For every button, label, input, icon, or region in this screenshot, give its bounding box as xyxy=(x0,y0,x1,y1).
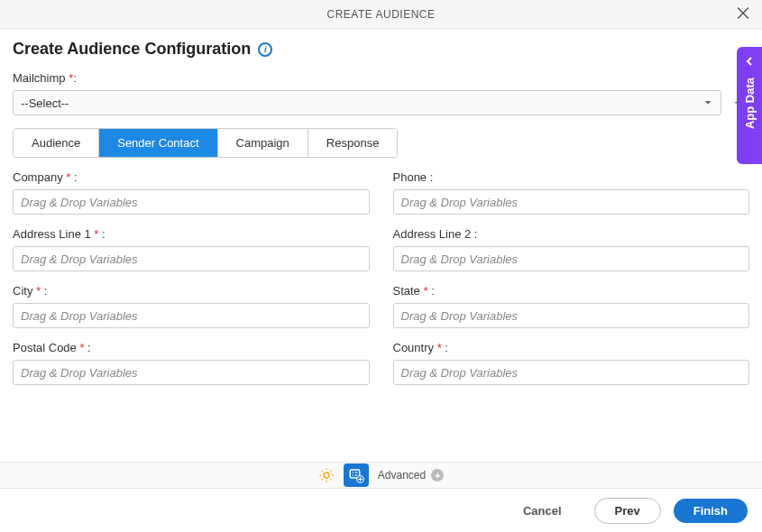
city-label: City * : xyxy=(13,284,370,298)
page-title-row: Create Audience Configuration i xyxy=(13,40,749,59)
tab-audience[interactable]: Audience xyxy=(14,129,99,157)
tab-campaign[interactable]: Campaign xyxy=(218,129,308,157)
address2-label: Address Line 2 : xyxy=(393,227,750,241)
page-title: Create Audience Configuration xyxy=(13,40,251,59)
phone-input[interactable] xyxy=(393,189,750,215)
svg-point-1 xyxy=(352,472,353,473)
address1-input[interactable] xyxy=(13,246,370,271)
mailchimp-select[interactable]: --Select-- xyxy=(13,90,721,115)
app-data-label: App Data xyxy=(743,78,757,129)
cancel-button[interactable]: Cancel xyxy=(503,499,582,523)
address2-input[interactable] xyxy=(393,246,750,271)
postal-label: Postal Code * : xyxy=(13,341,370,354)
state-label: State * : xyxy=(393,284,750,298)
info-icon[interactable]: i xyxy=(258,42,272,57)
close-icon xyxy=(737,6,749,19)
finish-button[interactable]: Finish xyxy=(674,499,748,523)
phone-label: Phone : xyxy=(393,170,750,184)
phone-field-group: Phone : xyxy=(393,170,750,215)
mailchimp-select-row: --Select-- + xyxy=(13,90,749,115)
chevron-left-icon xyxy=(745,54,754,69)
form-add-icon xyxy=(348,467,364,483)
svg-point-3 xyxy=(352,474,353,476)
modal-header: CREATE AUDIENCE xyxy=(0,0,762,29)
country-field-group: Country * : xyxy=(393,341,750,385)
modal-title: CREATE AUDIENCE xyxy=(327,8,436,21)
content-area: Create Audience Configuration i Mailchim… xyxy=(0,29,762,385)
advanced-text: Advanced xyxy=(378,469,426,482)
country-input[interactable] xyxy=(393,360,750,385)
plus-circle-icon: + xyxy=(431,469,444,482)
tab-sender-contact[interactable]: Sender Contact xyxy=(99,129,217,157)
advanced-toggle[interactable]: Advanced + xyxy=(378,469,444,482)
address1-field-group: Address Line 1 * : xyxy=(13,227,370,271)
state-input[interactable] xyxy=(393,303,750,328)
tabs: Audience Sender Contact Campaign Respons… xyxy=(13,128,398,158)
form-grid: Company * : Phone : Address Line 1 * : A… xyxy=(13,170,749,385)
app-data-panel-toggle[interactable]: App Data xyxy=(737,47,762,164)
city-field-group: City * : xyxy=(13,284,370,328)
postal-field-group: Postal Code * : xyxy=(13,341,370,385)
close-button[interactable] xyxy=(733,1,753,27)
address2-field-group: Address Line 2 : xyxy=(393,227,750,271)
footer: Cancel Prev Finish xyxy=(0,489,762,532)
toolbar: Advanced + xyxy=(0,462,762,489)
mailchimp-label: Mailchimp *: xyxy=(13,71,749,85)
company-label: Company * : xyxy=(13,170,370,184)
postal-input[interactable] xyxy=(13,360,370,385)
city-input[interactable] xyxy=(13,303,370,328)
company-field-group: Company * : xyxy=(13,170,370,215)
address1-label: Address Line 1 * : xyxy=(13,227,370,241)
company-input[interactable] xyxy=(13,189,370,215)
state-field-group: State * : xyxy=(393,284,750,328)
country-label: Country * : xyxy=(393,341,750,354)
prev-button[interactable]: Prev xyxy=(594,498,661,524)
gear-icon[interactable] xyxy=(318,467,335,483)
tab-response[interactable]: Response xyxy=(308,129,398,157)
add-config-button[interactable] xyxy=(344,463,369,487)
